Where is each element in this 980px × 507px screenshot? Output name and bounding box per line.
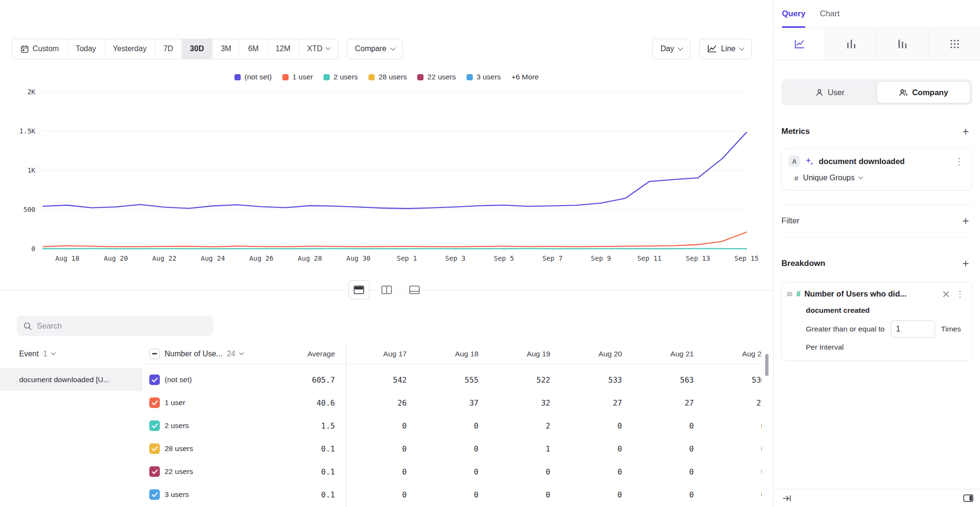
svg-text:Aug 24: Aug 24 bbox=[201, 254, 225, 262]
cell-value: 533 bbox=[550, 375, 622, 385]
split-horizontal-icon bbox=[354, 286, 364, 294]
legend-item[interactable]: 22 users bbox=[417, 73, 456, 81]
series-label: (not set) bbox=[165, 375, 268, 384]
threshold-input[interactable] bbox=[891, 320, 935, 338]
select-all-checkbox[interactable] bbox=[149, 349, 160, 359]
range-custom-button[interactable]: Custom bbox=[12, 39, 67, 59]
number-property-icon: # bbox=[796, 290, 801, 298]
calendar-icon bbox=[21, 45, 29, 53]
aggregation-dropdown[interactable]: Unique Groups bbox=[803, 174, 862, 182]
granularity-label: Day bbox=[660, 44, 674, 53]
chart-controls: Day Line bbox=[652, 39, 752, 59]
view-split-horizontal-button[interactable] bbox=[348, 280, 369, 299]
search-input[interactable] bbox=[37, 321, 206, 331]
table-row: 3 users0.1000000 bbox=[143, 483, 762, 506]
range-7d-button[interactable]: 7D bbox=[155, 39, 181, 59]
range-12m-button[interactable]: 12M bbox=[267, 39, 299, 59]
event-list-item[interactable]: document downloaded [U... bbox=[0, 368, 143, 391]
range-30d-button[interactable]: 30D bbox=[181, 39, 212, 59]
add-breakdown-button[interactable]: + bbox=[959, 257, 972, 270]
split-vertical-icon bbox=[381, 286, 392, 294]
search-box bbox=[17, 316, 213, 336]
legend-more[interactable]: +6 More bbox=[512, 73, 539, 81]
series-label: 22 users bbox=[165, 467, 268, 476]
legend-label: 1 user bbox=[292, 73, 313, 81]
legend-label: 3 users bbox=[477, 73, 501, 81]
event-header-label: Event bbox=[19, 350, 39, 358]
toggle-right-sidebar-icon[interactable] bbox=[963, 494, 973, 502]
user-icon bbox=[815, 88, 824, 97]
range-today-button[interactable]: Today bbox=[67, 39, 104, 59]
tab-chart[interactable]: Chart bbox=[820, 0, 840, 28]
legend-item[interactable]: 3 users bbox=[467, 73, 501, 81]
average-value: 0.1 bbox=[268, 467, 335, 476]
toggle-company[interactable]: Company bbox=[877, 81, 971, 103]
legend-item[interactable]: (not set) bbox=[234, 73, 272, 81]
collapse-panel-icon[interactable] bbox=[782, 495, 792, 502]
legend-item[interactable]: 28 users bbox=[368, 73, 407, 81]
range-xtd-button[interactable]: XTD bbox=[299, 39, 338, 59]
svg-text:Aug 30: Aug 30 bbox=[346, 254, 371, 262]
granularity-button[interactable]: Day bbox=[652, 39, 690, 59]
level-toggle: User Company bbox=[781, 79, 972, 105]
row-checkbox[interactable] bbox=[149, 489, 160, 500]
event-list: document downloaded [U... bbox=[0, 368, 143, 391]
drag-handle-icon[interactable] bbox=[787, 292, 792, 297]
legend-label: 28 users bbox=[379, 73, 407, 81]
breakdown-event-name: document created bbox=[806, 306, 966, 315]
range-yesterday-button[interactable]: Yesterday bbox=[104, 39, 155, 59]
event-column-header[interactable]: Event 1 bbox=[19, 343, 55, 364]
range-label: XTD bbox=[307, 44, 323, 53]
range-6m-button[interactable]: 6M bbox=[239, 39, 267, 59]
breakdown-menu-button[interactable]: ⋮ bbox=[954, 288, 966, 299]
row-checkbox[interactable] bbox=[149, 466, 160, 477]
row-checkbox[interactable] bbox=[149, 420, 160, 431]
legend-item[interactable]: 2 users bbox=[323, 73, 358, 81]
breakdown-title: Breakdown bbox=[781, 259, 825, 268]
metric-card: A document downloaded ⋮ # Unique Groups bbox=[781, 148, 972, 190]
cell-value: 0 bbox=[407, 421, 479, 430]
search-icon bbox=[23, 322, 32, 331]
toggle-user[interactable]: User bbox=[783, 81, 877, 103]
date-column-header: Aug 20 bbox=[550, 350, 622, 358]
compare-button[interactable]: Compare bbox=[347, 39, 403, 59]
cell-value: 0 bbox=[407, 467, 479, 476]
row-checkbox[interactable] bbox=[149, 397, 160, 408]
funnel-chart-type-button[interactable] bbox=[877, 28, 928, 60]
average-value: 40.6 bbox=[268, 398, 335, 408]
legend-label: 2 users bbox=[334, 73, 358, 81]
view-split-vertical-button[interactable] bbox=[376, 280, 397, 299]
more-chart-types-button[interactable] bbox=[928, 28, 980, 60]
chart-legend: (not set)1 user2 users28 users22 users3 … bbox=[0, 73, 773, 81]
line-chart-type-button[interactable] bbox=[774, 28, 825, 60]
tab-query[interactable]: Query bbox=[782, 0, 805, 28]
bar-chart-icon bbox=[845, 38, 858, 50]
series-label: 2 users bbox=[165, 421, 268, 430]
svg-text:Sep 7: Sep 7 bbox=[542, 254, 562, 262]
cell-value: 0 bbox=[694, 490, 762, 499]
range-3m-button[interactable]: 3M bbox=[212, 39, 239, 59]
cell-value: 0 bbox=[550, 444, 622, 453]
date-column-header: Aug 21 bbox=[622, 350, 694, 358]
view-bottom-panel-button[interactable] bbox=[404, 280, 425, 299]
column-divider bbox=[346, 342, 346, 507]
add-filter-button[interactable]: + bbox=[959, 215, 972, 227]
layout-view-toggle bbox=[0, 280, 773, 299]
legend-item[interactable]: 1 user bbox=[282, 73, 313, 81]
metric-menu-button[interactable]: ⋮ bbox=[953, 156, 965, 167]
add-metric-button[interactable]: + bbox=[959, 125, 972, 138]
cell-value: 563 bbox=[622, 375, 694, 385]
legend-label: 22 users bbox=[427, 73, 456, 81]
cell-value: 27 bbox=[622, 398, 694, 408]
table-scrollbar[interactable] bbox=[765, 354, 768, 376]
remove-breakdown-button[interactable] bbox=[942, 290, 950, 298]
cell-value: 32 bbox=[479, 398, 550, 408]
range-label: 7D bbox=[163, 44, 173, 53]
svg-text:Aug 20: Aug 20 bbox=[104, 254, 128, 262]
range-label: 12M bbox=[276, 44, 290, 53]
row-checkbox[interactable] bbox=[149, 375, 160, 385]
series-column-header[interactable]: Number of Use... 24 bbox=[165, 350, 268, 358]
bar-chart-type-button[interactable] bbox=[825, 28, 877, 60]
chart-type-button[interactable]: Line bbox=[699, 39, 752, 59]
row-checkbox[interactable] bbox=[149, 443, 160, 454]
